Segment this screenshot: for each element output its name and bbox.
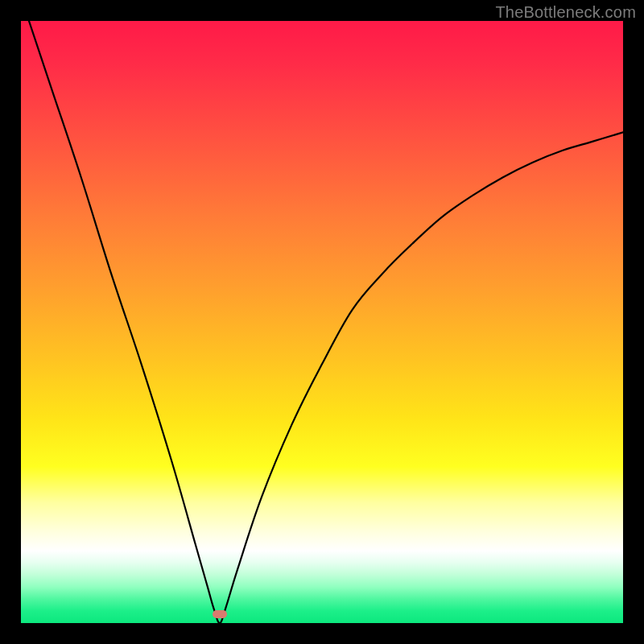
min-marker bbox=[213, 610, 227, 618]
bottleneck-curve bbox=[21, 21, 623, 623]
chart-frame: TheBottleneck.com bbox=[0, 0, 644, 644]
plot-area bbox=[21, 21, 623, 623]
watermark-text: TheBottleneck.com bbox=[495, 3, 636, 22]
